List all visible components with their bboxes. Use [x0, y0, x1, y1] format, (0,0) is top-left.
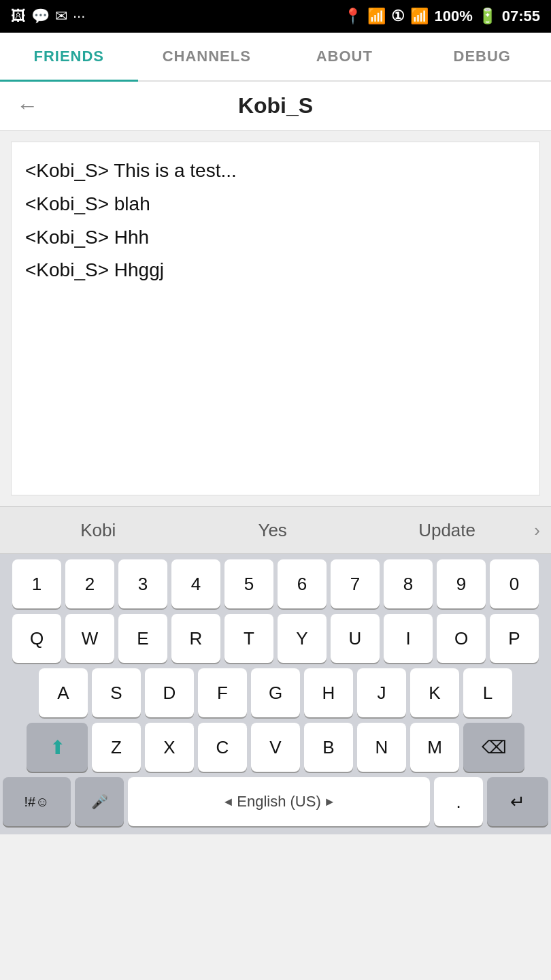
key-7[interactable]: 7	[331, 559, 380, 608]
whatsapp-icon: 💬	[31, 7, 50, 25]
chat-message-1: <Kobi_S> This is a test...	[25, 156, 526, 186]
chat-area: <Kobi_S> This is a test... <Kobi_S> blah…	[11, 142, 540, 495]
wifi-icon: 📶	[367, 7, 386, 25]
battery-icon: 🔋	[478, 7, 497, 25]
tab-bar: FRIENDS CHANNELS ABOUT DEBUG	[0, 33, 551, 82]
key-j[interactable]: J	[357, 668, 406, 717]
key-s[interactable]: S	[92, 668, 141, 717]
key-2[interactable]: 2	[65, 559, 114, 608]
key-r[interactable]: R	[171, 614, 220, 663]
lang-label: English (US)	[237, 793, 320, 811]
suggestion-update[interactable]: Update	[360, 520, 534, 541]
shift-icon: ⬆	[50, 736, 65, 759]
asdfgh-row: A S D F G H J K L	[3, 668, 548, 717]
key-f[interactable]: F	[198, 668, 247, 717]
suggestion-more-arrow[interactable]: ›	[534, 520, 540, 541]
suggestion-yes[interactable]: Yes	[185, 520, 359, 541]
tab-channels[interactable]: CHANNELS	[138, 33, 276, 80]
sim-icon: ①	[391, 7, 405, 25]
key-3[interactable]: 3	[118, 559, 167, 608]
key-v[interactable]: V	[251, 723, 300, 772]
enter-key[interactable]: ↵	[487, 777, 548, 826]
shift-key[interactable]: ⬆	[27, 723, 88, 772]
photo-icon: 🖼	[11, 7, 26, 25]
key-z[interactable]: Z	[92, 723, 141, 772]
key-n[interactable]: N	[357, 723, 406, 772]
status-bar-left: 🖼 💬 ✉ ···	[11, 7, 85, 25]
key-a[interactable]: A	[39, 668, 88, 717]
key-y[interactable]: Y	[278, 614, 327, 663]
key-e[interactable]: E	[118, 614, 167, 663]
mic-icon: 🎤	[91, 794, 108, 810]
key-6[interactable]: 6	[278, 559, 327, 608]
key-m[interactable]: M	[410, 723, 459, 772]
key-l[interactable]: L	[463, 668, 512, 717]
space-key[interactable]: ◄ English (US) ►	[128, 777, 430, 826]
key-g[interactable]: G	[251, 668, 300, 717]
chat-header: ← Kobi_S	[0, 82, 551, 131]
suggestion-kobi[interactable]: Kobi	[11, 520, 185, 541]
key-q[interactable]: Q	[12, 614, 61, 663]
key-x[interactable]: X	[145, 723, 194, 772]
key-5[interactable]: 5	[224, 559, 273, 608]
signal-icon: 📶	[410, 7, 429, 25]
key-i[interactable]: I	[384, 614, 433, 663]
lang-left-arrow: ◄	[222, 795, 234, 809]
period-key[interactable]: .	[434, 777, 483, 826]
key-8[interactable]: 8	[384, 559, 433, 608]
status-bar: 🖼 💬 ✉ ··· 📍 📶 ① 📶 100% 🔋 07:55	[0, 0, 551, 33]
zxcvbn-row: ⬆ Z X C V B N M ⌫	[3, 723, 548, 772]
tab-debug[interactable]: DEBUG	[414, 33, 552, 80]
more-icon: ···	[73, 7, 85, 25]
tab-about[interactable]: ABOUT	[276, 33, 414, 80]
key-p[interactable]: P	[490, 614, 539, 663]
battery-percent: 100%	[434, 7, 472, 25]
emoji-key[interactable]: 🎤	[75, 777, 124, 826]
key-w[interactable]: W	[65, 614, 114, 663]
key-4[interactable]: 4	[171, 559, 220, 608]
suggestions-bar: Kobi Yes Update ›	[0, 506, 551, 554]
keyboard: 1 2 3 4 5 6 7 8 9 0 Q W E R T Y U I O P …	[0, 554, 551, 834]
key-u[interactable]: U	[331, 614, 380, 663]
symbols-key[interactable]: !#☺	[3, 777, 71, 826]
qwerty-row: Q W E R T Y U I O P	[3, 614, 548, 663]
clock: 07:55	[502, 7, 540, 25]
key-h[interactable]: H	[304, 668, 353, 717]
key-0[interactable]: 0	[490, 559, 539, 608]
key-b[interactable]: B	[304, 723, 353, 772]
key-k[interactable]: K	[410, 668, 459, 717]
mail-icon: ✉	[55, 7, 67, 25]
location-icon: 📍	[344, 7, 362, 25]
tab-friends[interactable]: FRIENDS	[0, 33, 138, 80]
number-row: 1 2 3 4 5 6 7 8 9 0	[3, 559, 548, 608]
key-t[interactable]: T	[224, 614, 273, 663]
chat-message-4: <Kobi_S> Hhggj	[25, 255, 526, 286]
back-button[interactable]: ←	[16, 93, 38, 118]
key-o[interactable]: O	[437, 614, 486, 663]
language-selector: ◄ English (US) ►	[222, 793, 335, 811]
key-9[interactable]: 9	[437, 559, 486, 608]
key-c[interactable]: C	[198, 723, 247, 772]
backspace-key[interactable]: ⌫	[463, 723, 524, 772]
chat-message-3: <Kobi_S> Hhh	[25, 223, 526, 253]
lang-right-arrow: ►	[324, 795, 336, 809]
key-d[interactable]: D	[145, 668, 194, 717]
chat-message-2: <Kobi_S> blah	[25, 189, 526, 220]
chat-title: Kobi_S	[49, 93, 502, 118]
key-1[interactable]: 1	[12, 559, 61, 608]
bottom-row: !#☺ 🎤 ◄ English (US) ► . ↵	[3, 777, 548, 826]
status-bar-right: 📍 📶 ① 📶 100% 🔋 07:55	[344, 7, 540, 25]
